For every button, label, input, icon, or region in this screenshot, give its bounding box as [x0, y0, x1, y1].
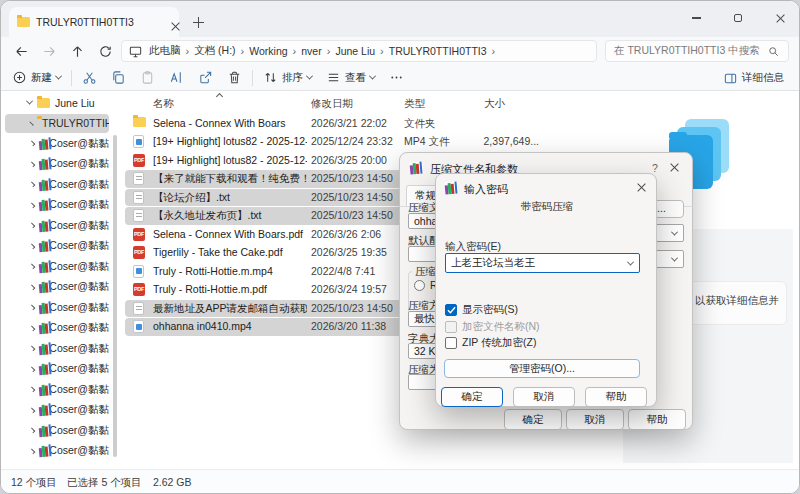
- paste-button[interactable]: [133, 66, 162, 90]
- search-icon: [767, 45, 780, 58]
- breadcrumb-item[interactable]: Working: [245, 45, 291, 57]
- rar-archive-icon: [38, 404, 45, 416]
- new-tab-button[interactable]: [187, 11, 209, 33]
- file-date: 2022/4/8 7:41: [311, 265, 403, 277]
- share-button[interactable]: [191, 66, 220, 90]
- file-name: ohhanna in0410.mp4: [153, 320, 307, 332]
- share-icon: [198, 70, 213, 85]
- sidebar-item-archive[interactable]: Coser@黏黏: [5, 339, 109, 358]
- ok-button[interactable]: 确定: [504, 409, 562, 430]
- sidebar-item-archive[interactable]: Coser@黏黏: [5, 237, 109, 256]
- sidebar-item-archive[interactable]: Coser@黏黏: [5, 257, 109, 276]
- chevron-right-icon: [30, 141, 35, 146]
- refresh-icon: [98, 44, 113, 59]
- sidebar-item-archive[interactable]: Coser@黏黏: [5, 360, 109, 379]
- checkbox-icon: [445, 337, 457, 349]
- column-header-type[interactable]: 类型: [404, 97, 425, 111]
- delete-button[interactable]: [220, 66, 249, 90]
- explorer-tab[interactable]: TRULYR0TTIH0TTI3: [9, 7, 179, 37]
- chevron-right-icon: [30, 161, 35, 166]
- cancel-button[interactable]: 取消: [566, 409, 624, 430]
- search-box[interactable]: 在 TRULYR0TTIH0TTI3 中搜索: [605, 40, 789, 62]
- details-pane-toggle[interactable]: 详细信息: [716, 66, 791, 90]
- checkbox-checked-icon: [445, 304, 457, 316]
- sidebar-item-archive[interactable]: Coser@黏黏: [5, 319, 109, 338]
- minimize-button[interactable]: [675, 1, 717, 35]
- chevron-right-icon: [30, 264, 35, 269]
- breadcrumb-item[interactable]: TRULYR0TTIH0TTI3: [385, 45, 491, 57]
- breadcrumb: 此电脑›文档 (H:)›Working›nver›June Liu›TRULYR…: [145, 44, 496, 58]
- ok-button[interactable]: 确定: [441, 387, 503, 407]
- ellipsis-icon: [389, 70, 404, 85]
- column-header-size[interactable]: 大小: [484, 97, 505, 111]
- column-header-date[interactable]: 修改日期: [311, 97, 353, 111]
- rar-archive-icon: [38, 342, 45, 354]
- table-row[interactable]: [19+ Highlight] lotus82 - 2025-12-23 ...…: [125, 133, 557, 151]
- breadcrumb-item[interactable]: 文档 (H:): [190, 44, 239, 58]
- details-hint-card: 以获取详细信息并: [689, 281, 787, 325]
- back-button[interactable]: [9, 40, 33, 62]
- file-date: 2026/3/21 22:02: [311, 117, 403, 129]
- sidebar-item-archive[interactable]: Coser@黏黏: [5, 421, 109, 440]
- maximize-button[interactable]: [717, 1, 759, 35]
- breadcrumb-item[interactable]: June Liu: [331, 45, 379, 57]
- sidebar-item-trulyrotti[interactable]: TRULYR0TTIH0TTI3: [5, 114, 109, 133]
- chevron-down-icon: [627, 258, 634, 265]
- sidebar-item-archive[interactable]: Coser@黏黏: [5, 298, 109, 317]
- rar-archive-icon: [38, 260, 45, 272]
- new-button[interactable]: 新建: [5, 66, 68, 90]
- sidebar-item-archive[interactable]: Coser@黏黏: [5, 155, 109, 174]
- sidebar-item-archive[interactable]: Coser@黏黏: [5, 134, 109, 153]
- plus-icon: [193, 17, 204, 28]
- forward-button[interactable]: [37, 40, 61, 62]
- more-options-button[interactable]: [382, 66, 411, 90]
- sidebar-item-archive[interactable]: Coser@黏黏: [5, 401, 109, 420]
- sidebar-item-archive[interactable]: Coser@黏黏: [5, 175, 109, 194]
- help-button[interactable]: ?: [652, 162, 658, 174]
- close-button[interactable]: [759, 1, 800, 35]
- sidebar-item-archive[interactable]: Coser@黏黏: [5, 196, 109, 215]
- sidebar-item-archive[interactable]: Coser@黏黏: [5, 442, 109, 461]
- manage-passwords-button[interactable]: 管理密码(O)...: [444, 359, 640, 378]
- sidebar-item-label: Coser@黏黏: [49, 444, 109, 458]
- breadcrumb-item[interactable]: 此电脑: [145, 44, 185, 58]
- address-bar[interactable]: 此电脑›文档 (H:)›Working›nver›June Liu›TRULYR…: [121, 40, 597, 62]
- sidebar-item-label: Coser@黏黏: [49, 342, 109, 356]
- folder-icon: [37, 98, 50, 108]
- up-button[interactable]: [65, 40, 89, 62]
- zip-legacy-checkbox[interactable]: ZIP 传统加密(Z): [445, 336, 536, 350]
- table-row[interactable]: Selena - Connex With Boars2026/3/21 22:0…: [125, 115, 557, 133]
- sidebar-item-archive[interactable]: Coser@黏黏: [5, 278, 109, 297]
- chevron-right-icon: [30, 243, 35, 248]
- details-toggle-label: 详细信息: [742, 71, 784, 85]
- cancel-button[interactable]: 取消: [513, 387, 575, 407]
- file-name: Truly - Rotti-Hottie.m.pdf: [153, 283, 307, 295]
- sidebar-item-archive[interactable]: Coser@黏黏: [5, 216, 109, 235]
- this-pc-icon: [128, 44, 143, 59]
- refresh-button[interactable]: [93, 40, 117, 62]
- column-header-name[interactable]: 名称: [153, 97, 174, 111]
- mp4-icon: [133, 320, 144, 333]
- sort-button[interactable]: 排序: [256, 66, 319, 90]
- rename-button[interactable]: [162, 66, 191, 90]
- help-button[interactable]: 帮助: [585, 387, 647, 407]
- view-button[interactable]: 查看: [319, 66, 382, 90]
- command-toolbar: 新建 排序 查看: [1, 65, 800, 91]
- enter-password-dialog: 输入密码 带密码压缩 输入密码(E) 上老王论坛当老王 显示密码(S) 加密文件…: [435, 173, 657, 407]
- sidebar-item-june-liu[interactable]: June Liu: [5, 93, 109, 112]
- rename-icon: [169, 70, 184, 85]
- dialog-heading: 带密码压缩: [436, 200, 658, 214]
- txt-icon: [133, 191, 144, 204]
- show-password-checkbox[interactable]: 显示密码(S): [445, 303, 518, 317]
- search-placeholder: 在 TRULYR0TTIH0TTI3 中搜索: [614, 44, 767, 58]
- txt-icon: [133, 302, 144, 315]
- cut-button[interactable]: [75, 66, 104, 90]
- pdf-icon: [133, 246, 145, 259]
- copy-button[interactable]: [104, 66, 133, 90]
- sidebar-item-archive[interactable]: Coser@黏黏: [5, 380, 109, 399]
- chevron-right-icon: [30, 387, 35, 392]
- sidebar-scrollbar[interactable]: [113, 135, 117, 457]
- password-input[interactable]: 上老王论坛当老王: [445, 253, 640, 273]
- breadcrumb-item[interactable]: nver: [297, 45, 325, 57]
- help-button[interactable]: 帮助: [628, 409, 686, 430]
